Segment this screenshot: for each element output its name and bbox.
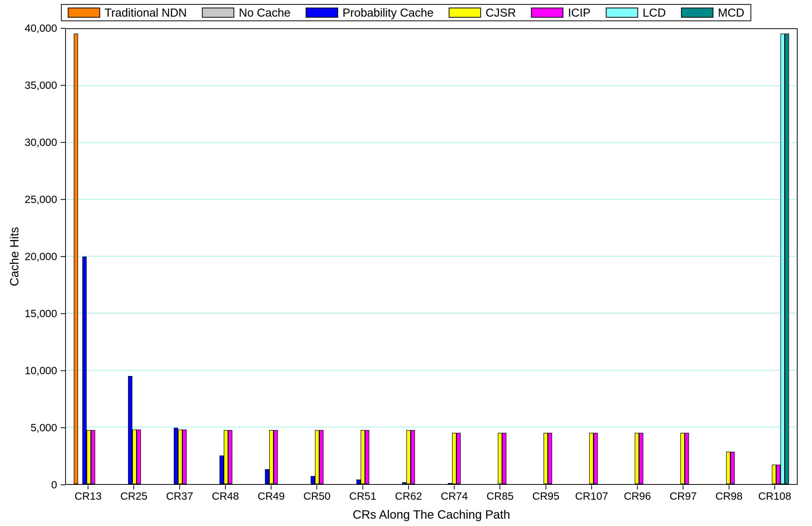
bar-group-cr85 (477, 29, 523, 484)
x-tick-label: CR98 (706, 491, 752, 501)
bar-cjsr (726, 452, 730, 484)
x-tick-label: CR51 (340, 491, 386, 501)
x-tick-mark-cell (111, 485, 157, 490)
y-tick-mark (61, 85, 65, 86)
x-tick-mark-cell (614, 485, 660, 490)
bar-icip (91, 430, 95, 484)
bar-group-cr13 (66, 29, 112, 484)
bar-icip (182, 429, 187, 484)
y-tick-label: 15,000 (0, 308, 57, 319)
x-tick-mark-cell (523, 485, 569, 490)
bar-icip (776, 465, 780, 484)
bar-probability-cache (357, 480, 361, 484)
y-tick-mark (61, 28, 65, 29)
x-tick-mark (271, 485, 272, 490)
bar-probability-cache (174, 428, 178, 484)
bar-group-cr96 (614, 29, 660, 484)
bar-cjsr (224, 430, 228, 484)
legend-item: No Cache (202, 7, 291, 18)
x-tick-mark (774, 485, 775, 490)
legend-swatch-probability-cache (306, 8, 338, 18)
x-tick-mark (225, 485, 226, 490)
bar-cjsr (178, 429, 182, 484)
y-tick-label: 25,000 (0, 194, 57, 205)
legend-item: Probability Cache (306, 7, 434, 18)
bar-group-cr50 (294, 29, 340, 484)
legend-label: Traditional NDN (104, 7, 187, 18)
plot-area (65, 28, 798, 485)
x-tick-mark (133, 485, 134, 490)
legend-item: LCD (606, 7, 666, 18)
y-tick-mark (61, 427, 65, 428)
x-axis-label: CRs Along The Caching Path (65, 509, 798, 521)
bar-group-cr107 (568, 29, 614, 484)
bar-cjsr (452, 433, 456, 484)
bar-group-cr98 (706, 29, 751, 484)
legend-label: MCD (718, 7, 744, 18)
x-tick-label: CR62 (386, 491, 431, 501)
y-tick-mark (61, 256, 65, 257)
bar-lcd (780, 33, 785, 484)
legend-swatch-lcd (606, 8, 638, 18)
x-tick-mark (546, 485, 546, 490)
chart-legend: Traditional NDNNo CacheProbability Cache… (61, 4, 751, 21)
x-tick-label: CR25 (111, 491, 157, 501)
y-tick-label: 35,000 (0, 80, 57, 91)
bar-group-cr74 (431, 29, 477, 484)
x-tick-mark-cell (706, 485, 752, 490)
x-tick-label: CR97 (660, 491, 706, 501)
bar-icip (502, 433, 506, 484)
bar-probability-cache (448, 483, 452, 484)
x-tick-label: CR85 (477, 491, 523, 501)
y-tick-label: 20,000 (0, 251, 57, 262)
bar-cjsr (132, 429, 136, 484)
x-tick-mark-cell (248, 485, 294, 490)
bar-group-cr97 (660, 29, 706, 484)
legend-label: Probability Cache (343, 7, 434, 18)
y-tick-label: 0 (0, 480, 57, 490)
x-tick-label: CR95 (523, 491, 569, 501)
bar-probability-cache (311, 476, 315, 484)
bar-cjsr (87, 430, 91, 484)
legend-item: CJSR (449, 7, 516, 18)
bar-group-cr25 (112, 29, 157, 484)
y-tick-mark (61, 485, 65, 485)
bar-group-cr49 (249, 29, 294, 484)
bar-cjsr (543, 433, 548, 484)
y-tick-label: 5,000 (0, 422, 57, 433)
legend-swatch-icip (531, 8, 564, 18)
x-tick-mark-cell (157, 485, 203, 490)
y-tick-label: 10,000 (0, 365, 57, 376)
bar-probability-cache (265, 469, 269, 484)
x-tick-mark (729, 485, 729, 490)
legend-swatch-no-cache (202, 8, 234, 18)
x-tick-mark (408, 485, 409, 490)
bar-icip (456, 433, 461, 484)
bar-cjsr (498, 433, 502, 484)
y-tick-label: 30,000 (0, 137, 57, 148)
x-tick-label: CR107 (569, 491, 614, 501)
x-tick-mark-cell (477, 485, 523, 490)
x-tick-mark (179, 485, 180, 490)
bar-group-cr37 (157, 29, 203, 484)
bar-icip (136, 429, 141, 484)
bar-icip (319, 430, 323, 484)
legend-label: LCD (642, 7, 666, 18)
bar-cjsr (772, 465, 776, 484)
x-tick-mark-cell (65, 485, 111, 490)
bar-probability-cache (219, 455, 224, 484)
bar-icip (274, 430, 278, 484)
y-tick-mark (61, 313, 65, 314)
bar-mcd (785, 33, 789, 484)
bar-icip (228, 430, 232, 484)
x-tick-label: CR108 (752, 491, 798, 501)
legend-swatch-cjsr (449, 8, 481, 18)
legend-item: MCD (681, 7, 744, 18)
x-tick-label: CR37 (157, 491, 203, 501)
x-tick-mark-cell (294, 485, 340, 490)
bar-group-cr62 (386, 29, 431, 484)
bar-icip (730, 452, 735, 484)
legend-swatch-traditional-ndn (68, 8, 100, 18)
bar-probability-cache (128, 376, 132, 484)
bar-icip (639, 433, 643, 484)
